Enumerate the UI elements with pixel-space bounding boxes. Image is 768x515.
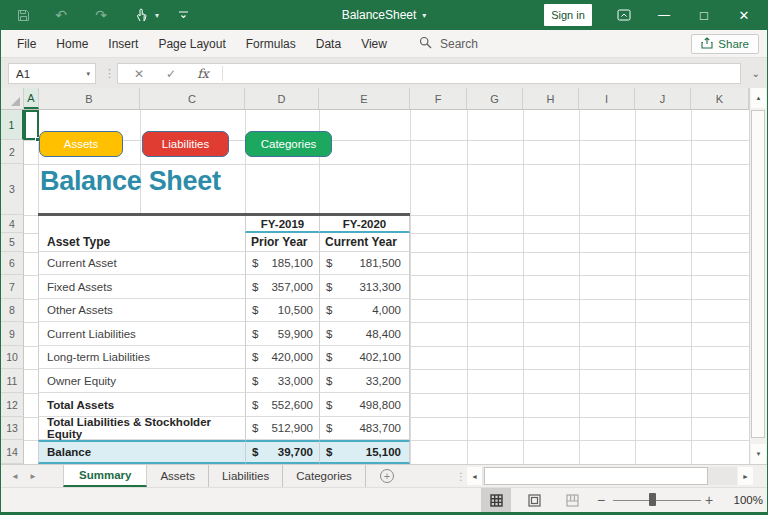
cell-empty[interactable] <box>38 216 245 233</box>
name-box[interactable]: ▾ <box>8 63 96 84</box>
name-box-input[interactable] <box>9 68 69 80</box>
assets-shape-button[interactable]: Assets <box>39 131 123 157</box>
tab-formulas[interactable]: Formulas <box>236 30 306 58</box>
vertical-scrollbar[interactable]: ▲ ▼ <box>749 88 767 464</box>
search-box[interactable]: Search <box>419 30 478 58</box>
row-header-6[interactable]: 6 <box>1 252 24 275</box>
customize-qat-icon[interactable] <box>173 0 193 30</box>
zoom-in-button[interactable]: + <box>705 488 713 512</box>
column-header-g[interactable]: G <box>467 88 523 109</box>
tab-home[interactable]: Home <box>46 30 98 58</box>
row-header-8[interactable]: 8 <box>1 299 24 322</box>
row-header-3[interactable]: 3 <box>1 164 24 215</box>
column-header-j[interactable]: J <box>635 88 691 109</box>
categories-shape-button[interactable]: Categories <box>245 131 332 157</box>
sheet-tab-categories[interactable]: Categories <box>283 465 366 487</box>
column-header-h[interactable]: H <box>523 88 579 109</box>
column-header-e[interactable]: E <box>319 88 410 109</box>
cell-asset-type[interactable]: Asset Type <box>38 233 245 252</box>
table-row[interactable]: Long-term Liabilities $420,000 $402,100 <box>38 346 410 369</box>
row-header-14[interactable]: 14 <box>1 440 24 464</box>
row-header-7[interactable]: 7 <box>1 275 24 299</box>
sheet-tab-assets[interactable]: Assets <box>147 465 209 487</box>
table-year-row[interactable]: FY-2019 FY-2020 <box>38 216 410 233</box>
column-header-k[interactable]: K <box>691 88 749 109</box>
tab-scrollbar-divider[interactable]: ⋮ <box>456 465 466 487</box>
table-row[interactable]: Fixed Assets $357,000 $313,300 <box>38 275 410 299</box>
tab-page-layout[interactable]: Page Layout <box>148 30 235 58</box>
hscroll-right-icon[interactable]: ► <box>738 467 753 485</box>
formula-bar-expand-icon[interactable]: ⌄ <box>752 63 760 84</box>
sheet-tab-liabilities[interactable]: Liabilities <box>209 465 283 487</box>
insert-function-icon[interactable]: fx <box>192 64 214 83</box>
formula-input[interactable] <box>224 64 738 83</box>
page-break-view-icon[interactable] <box>557 488 587 512</box>
vertical-scrollbar-thumb[interactable] <box>751 110 765 438</box>
column-header-i[interactable]: I <box>579 88 635 109</box>
hscroll-left-icon[interactable]: ◄ <box>467 467 482 485</box>
sheet-tab-summary[interactable]: Summary <box>63 465 147 487</box>
zoom-slider-thumb[interactable] <box>649 493 656 506</box>
table-row[interactable]: Owner Equity $33,000 $33,200 <box>38 369 410 393</box>
select-all-button[interactable] <box>1 88 24 109</box>
zoom-slider-track[interactable] <box>613 500 701 501</box>
normal-view-icon[interactable] <box>481 488 511 512</box>
document-title[interactable]: BalanceSheet ▾ <box>342 0 427 30</box>
undo-icon[interactable]: ↶ <box>51 0 71 30</box>
table-row-total-assets[interactable]: Total Assets $552,600 $498,800 <box>38 393 410 417</box>
tab-file[interactable]: File <box>7 30 46 58</box>
row-header-13[interactable]: 13 <box>1 417 24 440</box>
row-header-4[interactable]: 4 <box>1 215 24 233</box>
share-button[interactable]: Share <box>691 34 759 54</box>
tab-insert[interactable]: Insert <box>98 30 148 58</box>
column-header-f[interactable]: F <box>410 88 467 109</box>
zoom-level[interactable]: 100% <box>721 488 763 512</box>
cancel-icon[interactable]: ✕ <box>128 64 150 83</box>
cell-fy2019[interactable]: FY-2019 <box>245 216 319 233</box>
sheet-nav-left-icon[interactable]: ◄ <box>7 465 23 487</box>
name-box-caret-icon[interactable]: ▾ <box>86 70 90 78</box>
worksheet-grid[interactable]: 1 2 3 4 5 6 7 8 9 10 11 12 13 14 <box>1 110 749 464</box>
zoom-out-button[interactable]: − <box>597 488 605 512</box>
column-header-d[interactable]: D <box>245 88 319 109</box>
enter-icon[interactable]: ✓ <box>160 64 182 83</box>
redo-icon[interactable]: ↷ <box>91 0 111 30</box>
touch-mode-caret-icon[interactable]: ▾ <box>147 0 167 30</box>
tab-view[interactable]: View <box>351 30 397 58</box>
table-header-row[interactable]: Asset Type Prior Year Current Year <box>38 233 410 252</box>
currency-symbol: $ <box>326 304 332 316</box>
minimize-button[interactable]: — <box>654 0 674 30</box>
table-row[interactable]: Current Asset $185,100 $181,500 <box>38 252 410 275</box>
cell-prior-year[interactable]: Prior Year <box>245 233 319 252</box>
table-row-total-liabilities[interactable]: Total Liabilities & Stockholder Equity $… <box>38 417 410 440</box>
row-header-10[interactable]: 10 <box>1 346 24 369</box>
horizontal-scrollbar-thumb[interactable] <box>484 467 708 485</box>
row-header-2[interactable]: 2 <box>1 140 24 164</box>
scroll-down-icon[interactable]: ▼ <box>751 444 766 464</box>
liabilities-shape-button[interactable]: Liabilities <box>142 131 229 157</box>
sign-in-button[interactable]: Sign in <box>544 4 592 26</box>
tab-data[interactable]: Data <box>306 30 351 58</box>
table-row[interactable]: Current Liabilities $59,900 $48,400 <box>38 322 410 346</box>
cell-current-year[interactable]: Current Year <box>319 233 410 252</box>
page-layout-view-icon[interactable] <box>519 488 549 512</box>
row-header-1[interactable]: 1 <box>1 110 24 140</box>
maximize-button[interactable]: □ <box>694 0 714 30</box>
save-icon[interactable] <box>13 0 33 30</box>
column-header-a[interactable]: A <box>24 88 39 109</box>
table-row[interactable]: Other Assets $10,500 $4,000 <box>38 299 410 322</box>
row-header-5[interactable]: 5 <box>1 233 24 252</box>
column-header-b[interactable]: B <box>39 88 140 109</box>
horizontal-scrollbar[interactable] <box>482 467 737 485</box>
ribbon-display-options-icon[interactable] <box>614 0 634 30</box>
column-header-c[interactable]: C <box>140 88 245 109</box>
row-header-12[interactable]: 12 <box>1 393 24 417</box>
table-row-balance[interactable]: Balance $39,700 $15,100 <box>38 440 410 464</box>
scroll-up-icon[interactable]: ▲ <box>751 88 766 108</box>
cell-fy2020[interactable]: FY-2020 <box>319 216 410 233</box>
sheet-nav-right-icon[interactable]: ► <box>25 465 41 487</box>
row-header-9[interactable]: 9 <box>1 322 24 346</box>
row-header-11[interactable]: 11 <box>1 369 24 393</box>
new-sheet-button[interactable]: + <box>380 469 394 483</box>
close-button[interactable]: ✕ <box>734 0 754 30</box>
